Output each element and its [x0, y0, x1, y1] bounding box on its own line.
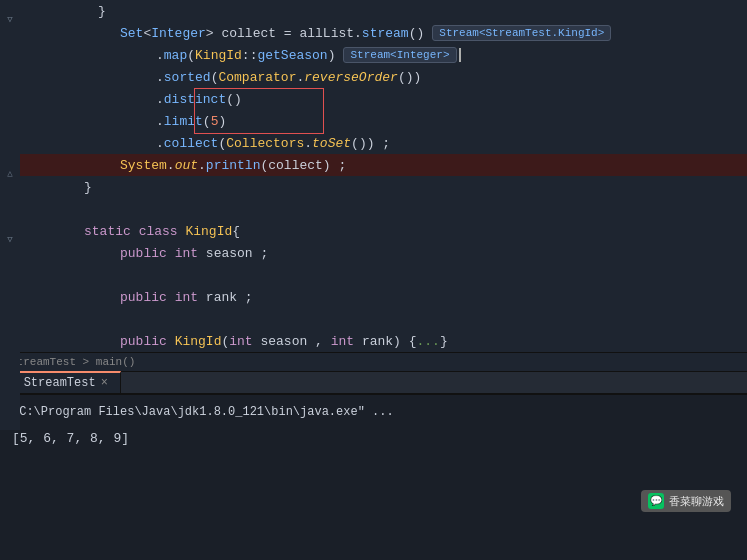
code-line-1: } [0, 0, 747, 22]
tabs-bar: ☕ StreamTest × [0, 372, 747, 394]
tab-close-button[interactable]: × [101, 376, 108, 390]
map-tooltip: Stream<Integer> [343, 47, 456, 63]
fold-icon-1[interactable]: ▽ [7, 8, 12, 30]
terminal-output-line: [5, 6, 7, 8, 9] [12, 427, 747, 449]
code-line-5: .distinct() [0, 88, 747, 110]
editor-container: ▽ △ ▽ } Set<Integer> collect = allList.s… [0, 0, 747, 560]
code-line-11: static class KingId{ [0, 220, 747, 242]
wechat-label: 香菜聊游戏 [669, 494, 724, 509]
wechat-badge[interactable]: 💬 香菜聊游戏 [641, 490, 731, 512]
text-cursor [459, 48, 461, 62]
terminal-area: "C:\Program Files\Java\jdk1.8.0_121\bin\… [0, 394, 747, 560]
code-line-16: public KingId(int season , int rank) {..… [0, 330, 747, 352]
fold-icon-3[interactable]: ▽ [7, 228, 12, 250]
code-line-3: .map(KingId::getSeason) Stream<Integer> [0, 44, 747, 66]
code-line-7: .collect(Collectors.toSet()) ; [0, 132, 747, 154]
left-gutter-icons: ▽ △ ▽ [0, 0, 20, 430]
code-line-13 [0, 264, 747, 286]
breadcrumb-streamtest: StreamTest > main() [10, 356, 135, 368]
code-line-8: System.out.println(collect) ; [0, 154, 747, 176]
code-line-10 [0, 198, 747, 220]
code-line-4: .sorted(Comparator.reverseOrder()) [0, 66, 747, 88]
code-line-9: } [0, 176, 747, 198]
breadcrumb-bar: StreamTest > main() [0, 352, 747, 372]
code-editor: } Set<Integer> collect = allList.stream(… [0, 0, 747, 352]
tab-label: StreamTest [24, 376, 96, 390]
code-line-14: public int rank ; [0, 286, 747, 308]
code-line-15 [0, 308, 747, 330]
fold-icon-2[interactable]: △ [7, 162, 12, 184]
code-line-6: .limit(5) [0, 110, 747, 132]
code-line-2: Set<Integer> collect = allList.stream() … [0, 22, 747, 44]
stream-tooltip: Stream<StreamTest.KingId> [432, 25, 611, 41]
terminal-command-line: "C:\Program Files\Java\jdk1.8.0_121\bin\… [12, 401, 747, 423]
wechat-icon: 💬 [648, 493, 664, 509]
code-line-12: public int season ; [0, 242, 747, 264]
